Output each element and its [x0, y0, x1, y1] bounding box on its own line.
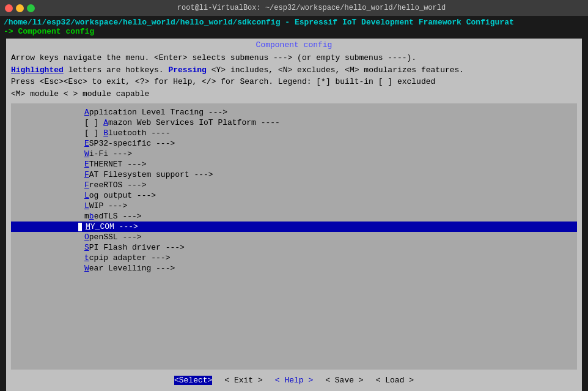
menu-item-ethernet[interactable]: ETHERNET ---> [11, 159, 577, 169]
bottom-bar: <Select> < Exit > < Help > < Save > < Lo… [10, 372, 578, 389]
menu-item-esp32-specific[interactable]: ESP32-specific ---> [11, 138, 577, 149]
menu-item-aws-iot[interactable]: [ ] Amazon Web Services IoT Platform ---… [11, 117, 577, 128]
hotkey-char: L [84, 201, 89, 210]
hotkey-char: W [84, 149, 89, 158]
menu-item-freertos[interactable]: FreeRTOS ---> [11, 180, 577, 190]
help-line4: <M> module < > module capable [11, 88, 577, 100]
config-title: Component config [6, 39, 582, 51]
hotkey-char: W [84, 264, 89, 273]
highlighted-label: Highlighted [11, 65, 64, 75]
help-text: Arrow keys navigate the menu. <Enter> se… [6, 51, 582, 101]
help-line2: Highlighted letters are hotkeys. Pressin… [11, 64, 577, 76]
load-button[interactable]: < Load > [376, 376, 414, 385]
menu-area: Application Level Tracing --->[ ] Amazon… [11, 103, 577, 370]
menu-item-spi-flash[interactable]: SPI Flash driver ---> [11, 242, 577, 253]
hotkey-char: F [84, 181, 89, 190]
hotkey-char: B [103, 128, 108, 138]
menu-item-log-output[interactable]: Log output ---> [11, 190, 577, 201]
hotkey-char: A [84, 108, 89, 117]
menu-item-fat-fs[interactable]: FAT Filesystem support ---> [11, 169, 577, 180]
title-bar: root@li-VirtualBox: ~/esp32/workspace/he… [0, 0, 588, 16]
help-line1: Arrow keys navigate the menu. <Enter> se… [11, 52, 577, 64]
window-title: root@li-VirtualBox: ~/esp32/workspace/he… [40, 4, 583, 12]
menu-item-app-tracing[interactable]: Application Level Tracing ---> [11, 107, 577, 117]
terminal: /home/li/esp32/workspace/hello_world/hel… [0, 16, 588, 391]
menu-item-openssl[interactable]: OpenSSL ---> [11, 232, 577, 242]
menu-item-mbedtls[interactable]: mbedTLS ---> [11, 211, 577, 222]
hotkey-char: F [84, 170, 89, 179]
main-content: Component config Arrow keys navigate the… [0, 36, 588, 391]
config-panel: Component config Arrow keys navigate the… [6, 39, 582, 391]
path-line: /home/li/esp32/workspace/hello_world/hel… [0, 16, 588, 36]
selector-arrow [78, 223, 82, 231]
arrow-text: -> Component config [4, 27, 94, 36]
pressing-label: Pressing [168, 65, 206, 75]
maximize-button[interactable] [27, 4, 35, 12]
hotkey-char: E [84, 139, 89, 148]
hotkey-char: L [84, 191, 89, 200]
hotkey-char: S [84, 243, 89, 252]
hotkey-char: E [84, 160, 89, 169]
select-button[interactable]: <Select> [174, 376, 212, 385]
menu-item-lwip[interactable]: LWIP ---> [11, 201, 577, 211]
help-button[interactable]: < Help > [275, 376, 313, 385]
exit-button[interactable]: < Exit > [224, 376, 262, 385]
help-line3: Press <Esc><Esc> to exit, <?> for Help, … [11, 76, 577, 88]
path-text: /home/li/esp32/workspace/hello_world/hel… [4, 18, 514, 27]
window-controls [5, 4, 35, 12]
minimize-button[interactable] [16, 4, 24, 12]
hotkey-char: b [89, 212, 94, 221]
menu-item-bluetooth[interactable]: [ ] Bluetooth ---- [11, 128, 577, 138]
close-button[interactable] [5, 4, 13, 12]
hotkey-char: O [84, 233, 89, 242]
hotkey-char: A [103, 118, 108, 127]
menu-item-my-com[interactable]: MY_COM ---> [11, 222, 577, 232]
menu-item-wi-fi[interactable]: Wi-Fi ---> [11, 149, 577, 159]
menu-item-tcpip[interactable]: tcpip adapter ---> [11, 253, 577, 263]
hotkey-char: t [84, 253, 89, 263]
save-button[interactable]: < Save > [325, 376, 363, 385]
hotkey-char: M [86, 222, 90, 231]
menu-item-wear-levelling[interactable]: Wear Levelling ---> [11, 263, 577, 274]
